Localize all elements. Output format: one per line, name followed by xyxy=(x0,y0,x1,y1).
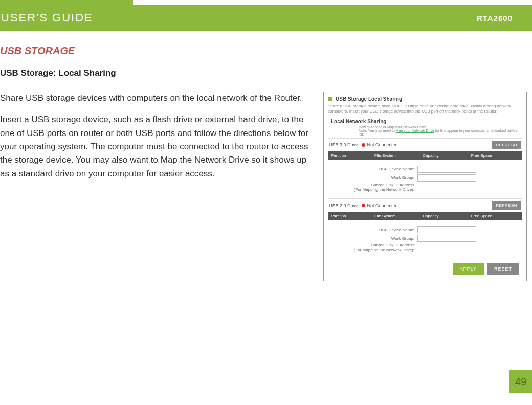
refresh-button[interactable]: REFRESH xyxy=(492,201,521,210)
usb-device-name-label: USB Device Name: xyxy=(379,167,414,171)
shared-ip-label-line2: (For Mapping the Network Drive): xyxy=(354,248,414,252)
paragraph-1: Share USB storage devices with computers… xyxy=(0,92,317,105)
map-network-drive-link[interactable]: Map your Network Drive xyxy=(396,129,434,132)
ss-hint: How to Access or Map your Network Drive … xyxy=(359,125,522,136)
header-title: USER'S GUIDE xyxy=(1,11,93,25)
shared-ip-label-line1: Shared Disk IP Address xyxy=(371,183,414,187)
page-number: 49 xyxy=(509,370,532,393)
usb30-label: USB 3.0 Drive: xyxy=(329,142,360,147)
th-freespace: Free Space xyxy=(471,214,519,218)
shared-ip-value xyxy=(417,244,476,252)
shared-ip-value xyxy=(417,184,476,191)
th-filesystem: File System xyxy=(374,153,423,158)
page-content: USB STORAGE USB Storage: Local Sharing S… xyxy=(0,31,532,281)
usb20-status: Not Connected xyxy=(367,203,398,208)
usb-device-name-label: USB Device Name: xyxy=(379,228,414,232)
work-group-label: Work Group: xyxy=(391,236,414,241)
paragraph-2: Insert a USB storage device, such as a f… xyxy=(0,113,317,181)
th-capacity: Capacity xyxy=(423,214,471,218)
subsection-title: USB Storage: Local Sharing xyxy=(0,68,532,78)
work-group-input[interactable] xyxy=(417,235,476,242)
square-icon xyxy=(328,97,332,101)
refresh-button[interactable]: REFRESH xyxy=(492,141,521,149)
status-dot-icon xyxy=(362,143,365,147)
ss-title: USB Storage Local Sharing xyxy=(336,96,402,102)
usb30-status: Not Connected xyxy=(367,142,398,147)
header-accent-strip xyxy=(0,0,133,5)
ss-hint-title: How to Access or Map your Network Drive xyxy=(359,125,426,129)
work-group-input[interactable] xyxy=(417,174,476,182)
usb30-form: USB Device Name: Work Group: Shared Disk… xyxy=(328,160,522,199)
usb-device-name-input[interactable] xyxy=(417,226,476,233)
status-dot-icon xyxy=(362,204,365,207)
ss-buttons: APPLY RESET xyxy=(328,263,522,275)
reset-button[interactable]: RESET xyxy=(487,263,519,275)
usb20-table-header: Partition File System Capacity Free Spac… xyxy=(328,212,522,220)
shared-ip-label-line2: (For Mapping the Network Drive): xyxy=(354,187,414,192)
body-text: Share USB storage devices with computers… xyxy=(0,92,317,189)
usb20-label: USB 2.0 Drive: xyxy=(329,203,360,208)
th-partition: Partition xyxy=(331,214,374,218)
th-freespace: Free Space xyxy=(471,153,519,158)
section-title: USB STORAGE xyxy=(0,45,532,57)
usb30-table-header: Partition File System Capacity Free Spac… xyxy=(328,151,522,160)
embedded-screenshot: USB Storage Local Sharing Share a USB st… xyxy=(323,92,527,281)
body-row: Share USB storage devices with computers… xyxy=(0,92,532,281)
th-partition: Partition xyxy=(331,153,374,158)
shared-ip-label: Shared Disk IP Address (For Mapping the … xyxy=(354,183,414,192)
work-group-label: Work Group: xyxy=(391,175,414,180)
usb30-row: USB 3.0 Drive: Not Connected REFRESH xyxy=(328,138,522,151)
th-filesystem: File System xyxy=(374,214,423,218)
usb20-row: USB 2.0 Drive: Not Connected REFRESH xyxy=(328,198,522,212)
ss-title-row: USB Storage Local Sharing xyxy=(328,96,522,102)
shared-ip-label: Shared Disk IP Address (For Mapping the … xyxy=(354,243,414,253)
th-capacity: Capacity xyxy=(423,153,471,158)
ss-hint-note: Note: You may need to xyxy=(359,129,395,132)
page-header: USER'S GUIDE RTA2600 xyxy=(0,0,532,31)
usb20-form: USB Device Name: Work Group: Shared Disk… xyxy=(328,220,522,259)
ss-description: Share a USB storage device, such as a US… xyxy=(328,104,522,115)
header-band: USER'S GUIDE RTA2600 xyxy=(0,5,532,31)
header-model: RTA2600 xyxy=(477,14,513,22)
apply-button[interactable]: APPLY xyxy=(453,263,484,275)
shared-ip-label-line1: Shared Disk IP Address xyxy=(371,243,414,248)
ss-section-heading: Local Network Sharing xyxy=(331,119,522,124)
usb-device-name-input[interactable] xyxy=(417,166,476,173)
